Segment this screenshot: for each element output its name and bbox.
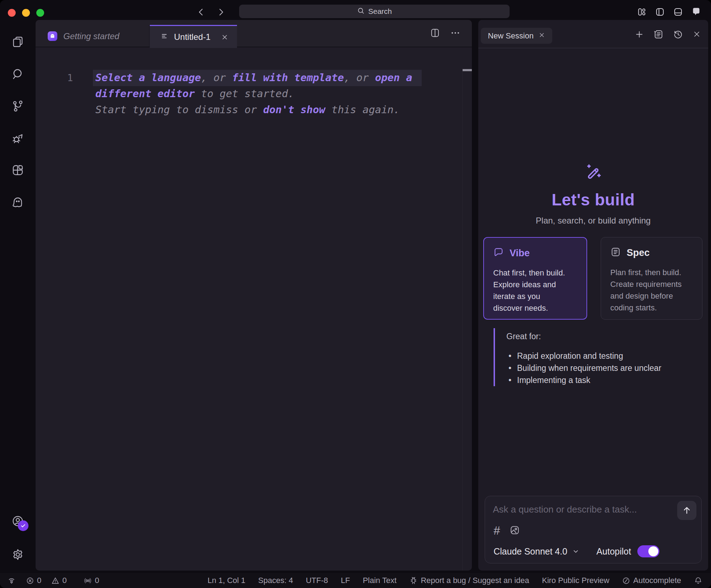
- kiro-tab-ghost-icon: [48, 31, 57, 41]
- tab-label: Getting started: [63, 31, 119, 41]
- errors-status[interactable]: 0: [26, 576, 41, 585]
- close-tab-icon[interactable]: [221, 33, 228, 41]
- line-number: 1: [36, 70, 73, 86]
- account-icon[interactable]: [11, 515, 24, 527]
- editor-content[interactable]: 1 Select a language, or fill with templa…: [36, 48, 472, 571]
- tab-label: Untitled-1: [174, 32, 211, 42]
- task-list-icon[interactable]: [653, 29, 664, 40]
- spec-mode-card[interactable]: Spec Plan first, then build. Create requ…: [601, 237, 702, 320]
- language-mode-status[interactable]: Plain Text: [363, 576, 396, 585]
- kiro-preview-status[interactable]: Kiro Public Preview: [542, 576, 610, 585]
- editor-group: Getting started Untitled-1: [36, 20, 472, 571]
- encoding-status[interactable]: UTF-8: [306, 576, 328, 585]
- more-actions-icon[interactable]: [450, 28, 460, 40]
- bug-icon: [409, 576, 418, 585]
- spec-list-icon: [610, 247, 621, 259]
- warning-icon: [51, 577, 59, 585]
- search-input[interactable]: Search: [239, 5, 510, 18]
- hero-subtitle: Plan, search, or build anything: [478, 216, 708, 226]
- new-session-icon[interactable]: [634, 30, 644, 39]
- lets-build-hero: Let's build Plan, search, or build anyth…: [478, 162, 708, 226]
- eol-status[interactable]: LF: [341, 576, 350, 585]
- ghost-text: Select a language, or fill with template…: [95, 70, 465, 118]
- vibe-card-title: Vibe: [510, 248, 530, 259]
- minimize-window-button[interactable]: [22, 9, 30, 17]
- chat-panel-header: New Session: [478, 20, 708, 48]
- add-context-hash-icon[interactable]: #: [494, 524, 500, 537]
- customize-layout-icon[interactable]: [637, 7, 647, 17]
- close-panel-icon[interactable]: [692, 30, 701, 38]
- close-session-icon[interactable]: [538, 31, 545, 41]
- toggle-primary-sidebar-icon[interactable]: [655, 7, 665, 17]
- source-control-icon[interactable]: [11, 100, 24, 112]
- history-icon[interactable]: [673, 29, 683, 40]
- magic-wand-icon: [478, 162, 708, 182]
- model-name: Claude Sonnet 4.0: [494, 546, 567, 557]
- autopilot-label: Autopilot: [596, 546, 631, 557]
- select-language-link[interactable]: Select a language: [95, 72, 201, 84]
- tab-getting-started[interactable]: Getting started: [39, 25, 149, 47]
- autopilot-toggle[interactable]: [637, 545, 659, 557]
- maximize-window-button[interactable]: [36, 9, 44, 17]
- warnings-status[interactable]: 0: [51, 576, 67, 585]
- search-icon: [357, 7, 365, 16]
- toggle-knob: [648, 546, 658, 556]
- great-for-list: Rapid exploration and testing Building w…: [506, 350, 661, 386]
- editor-tab-strip: Getting started Untitled-1: [36, 20, 472, 47]
- status-bar: 0 0 0 Ln 1, Col 1 Spaces: 4 UTF-8 LF Pla…: [0, 573, 711, 588]
- kiro-ghost-icon[interactable]: [11, 196, 24, 209]
- vibe-mode-card[interactable]: Vibe Chat first, then build. Explore ide…: [483, 237, 587, 320]
- app-window: Search: [0, 0, 711, 588]
- session-tab[interactable]: New Session: [481, 28, 552, 44]
- slash-circle-icon: [622, 577, 630, 585]
- explorer-icon[interactable]: [11, 36, 24, 48]
- cursor-position-status[interactable]: Ln 1, Col 1: [207, 576, 245, 585]
- back-arrow-icon[interactable]: [196, 7, 206, 17]
- search-sidebar-icon[interactable]: [11, 68, 24, 80]
- settings-gear-icon[interactable]: [11, 548, 24, 561]
- kiro-chat-panel: New Session: [478, 20, 708, 571]
- great-for-section: Great for: Rapid exploration and testing…: [494, 328, 661, 386]
- traffic-lights: [8, 9, 44, 17]
- spec-card-title: Spec: [627, 247, 650, 258]
- run-debug-icon[interactable]: [11, 132, 24, 145]
- toggle-bottom-panel-icon[interactable]: [673, 7, 683, 17]
- remote-tunnel-icon[interactable]: [7, 576, 16, 585]
- close-window-button[interactable]: [8, 9, 16, 17]
- tab-untitled-1[interactable]: Untitled-1: [150, 25, 237, 48]
- great-for-item: Building when requirements are unclear: [506, 362, 661, 374]
- dont-show-link[interactable]: don't show: [263, 104, 325, 116]
- notifications-bell-icon[interactable]: [694, 576, 702, 585]
- indentation-status[interactable]: Spaces: 4: [258, 576, 293, 585]
- great-for-item: Implementing a task: [506, 374, 661, 386]
- ghost-text-line-1: Select a language, or fill with template…: [95, 70, 465, 86]
- scrollbar-thumb[interactable]: [463, 69, 472, 71]
- chat-outline-icon: [493, 247, 504, 259]
- great-for-item: Rapid exploration and testing: [506, 350, 661, 362]
- chevron-down-icon: [572, 548, 579, 555]
- fill-template-link[interactable]: fill with template: [232, 72, 344, 84]
- autocomplete-status[interactable]: Autocomplete: [622, 576, 681, 585]
- ghost-text-line-2: different editor to get started.: [95, 86, 465, 102]
- file-lines-icon: [160, 32, 169, 42]
- great-for-label: Great for:: [506, 328, 661, 341]
- report-bug-status[interactable]: Report a bug / Suggest an idea: [409, 576, 529, 585]
- scrollbar-gutter: [462, 68, 463, 571]
- attach-image-icon[interactable]: [509, 525, 520, 537]
- open-editor-link[interactable]: different editor: [95, 88, 195, 100]
- model-selector[interactable]: Claude Sonnet 4.0: [494, 546, 579, 557]
- open-editor-link[interactable]: open a: [375, 72, 412, 84]
- split-editor-icon[interactable]: [430, 28, 440, 40]
- ports-status[interactable]: 0: [83, 576, 99, 585]
- composer-placeholder: Ask a question or describe a task...: [493, 504, 637, 515]
- chat-bubble-icon[interactable]: [691, 7, 701, 17]
- extensions-icon[interactable]: [11, 164, 24, 177]
- search-placeholder: Search: [368, 7, 392, 16]
- send-button[interactable]: [677, 501, 696, 520]
- forward-arrow-icon[interactable]: [216, 7, 226, 17]
- spec-card-body: Plan first, then build. Create requireme…: [610, 267, 693, 314]
- chat-composer[interactable]: Ask a question or describe a task... # C…: [485, 496, 702, 563]
- account-status-badge: [18, 520, 28, 531]
- title-bar: Search: [0, 0, 711, 20]
- activity-bar: [0, 20, 36, 574]
